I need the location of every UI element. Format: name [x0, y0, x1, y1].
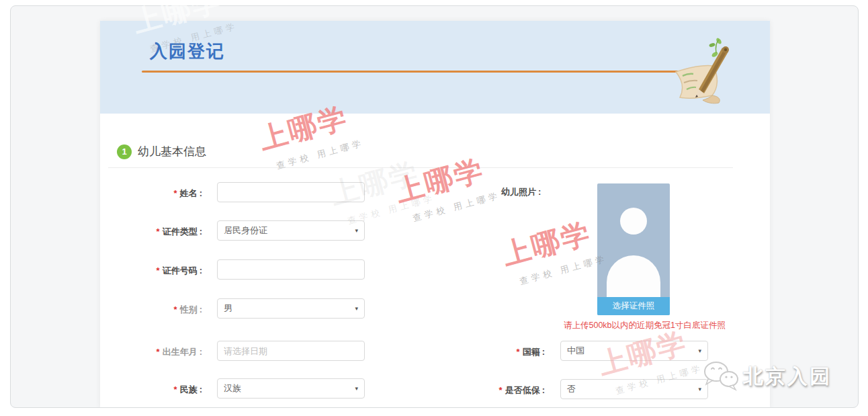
- form-panel: 入园登记: [100, 21, 770, 408]
- photo-upload-note: 请上传500kb以内的近期免冠1寸白底证件照: [549, 320, 740, 331]
- required-asterisk: *: [157, 226, 160, 237]
- enrollment-registration-page: 入园登记: [0, 0, 868, 416]
- section-divider: [108, 167, 733, 168]
- brand-name: 北京入园: [743, 363, 832, 390]
- form-row-low-income: *是否低保: 否▾: [100, 379, 770, 399]
- id-number-label: *证件号码:: [100, 265, 202, 277]
- page-header: 入园登记: [100, 21, 770, 114]
- page-title: 入园登记: [150, 40, 225, 63]
- choose-photo-button[interactable]: 选择证件照: [597, 297, 670, 315]
- avatar-silhouette-head: [620, 208, 647, 235]
- brand-watermark: 北京入园: [701, 359, 832, 394]
- form-row-nationality: *国籍: 中国▾: [100, 341, 770, 361]
- wechat-mascot-icon: [701, 359, 740, 394]
- gender-select[interactable]: 男▾: [217, 298, 365, 319]
- section-header: 1 幼儿基本信息: [117, 144, 206, 159]
- pencil-paper-illustration: [673, 30, 740, 108]
- low-income-select[interactable]: 否▾: [560, 379, 708, 399]
- low-income-label: *是否低保:: [434, 384, 545, 397]
- section-title: 幼儿基本信息: [138, 144, 206, 159]
- page-frame: 入园登记: [10, 5, 859, 408]
- id-type-label: *证件类型:: [100, 226, 202, 238]
- photo-placeholder: 选择证件照: [597, 183, 670, 315]
- chevron-down-icon: ▾: [355, 227, 358, 234]
- name-label: *姓名:: [100, 188, 202, 200]
- required-asterisk: *: [157, 265, 160, 276]
- gender-label: *性别:: [100, 304, 202, 316]
- id-number-input[interactable]: [217, 259, 365, 280]
- nationality-label: *国籍:: [434, 346, 545, 358]
- chevron-down-icon: ▾: [355, 305, 358, 312]
- id-type-select[interactable]: 居民身份证▾: [217, 220, 365, 241]
- avatar-silhouette-body: [607, 255, 660, 297]
- required-asterisk: *: [174, 188, 177, 198]
- title-underline: [142, 71, 713, 73]
- required-asterisk: *: [499, 385, 503, 395]
- name-input[interactable]: [217, 182, 365, 202]
- chevron-down-icon: ▾: [698, 347, 701, 354]
- child-photo-label: 幼儿照片:: [501, 186, 541, 198]
- nationality-select[interactable]: 中国▾: [560, 341, 708, 361]
- required-asterisk: *: [517, 347, 520, 357]
- required-asterisk: *: [174, 304, 177, 315]
- section-number-badge: 1: [117, 144, 132, 159]
